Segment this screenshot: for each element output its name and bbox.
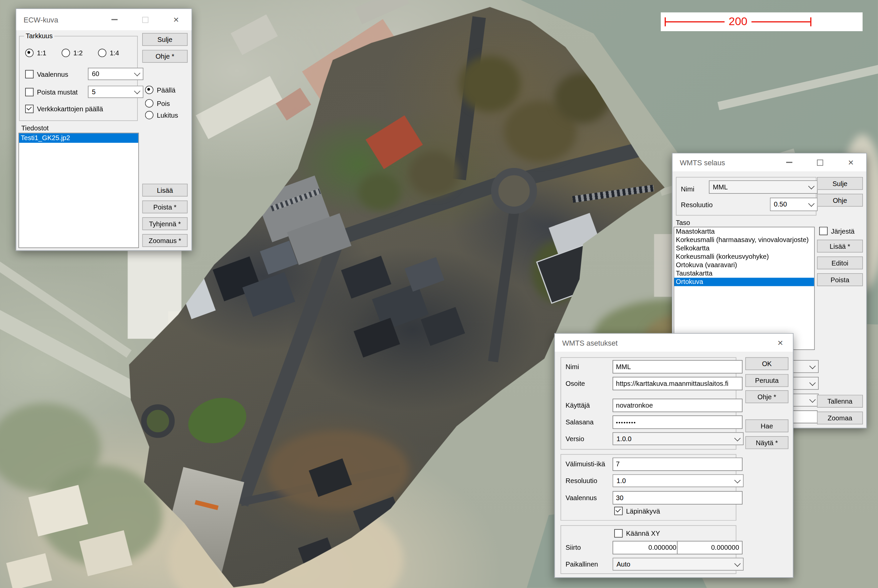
vaalennus-value: 60 xyxy=(92,70,99,78)
nayta-button[interactable]: Näytä * xyxy=(745,436,788,449)
poista-button[interactable]: Poista xyxy=(817,273,863,286)
radio-icon xyxy=(145,111,154,119)
ohje-button[interactable]: Ohje * xyxy=(142,50,187,63)
close-button[interactable]: × xyxy=(835,153,866,171)
nimi-combo[interactable]: MML xyxy=(709,180,818,194)
resoluutio-value: 0.50 xyxy=(774,201,787,208)
list-item-layer[interactable]: Korkeusmalli (harmaasavy, vinovalovarjos… xyxy=(674,236,814,244)
list-item-layer[interactable]: Korkeusmalli (korkeusvyohyke) xyxy=(674,252,814,261)
radio-icon xyxy=(98,49,106,57)
tyhjenna-button[interactable]: Tyhjennä * xyxy=(142,217,187,230)
lisaa-button[interactable]: Lisää * xyxy=(817,240,863,252)
poista-button[interactable]: Poista * xyxy=(142,201,187,213)
editoi-button[interactable]: Editoi xyxy=(817,256,863,269)
peruuta-button[interactable]: Peruuta xyxy=(745,374,788,387)
chevron-down-icon xyxy=(808,201,815,207)
poista-mustat-checkbox[interactable]: Poista mustat xyxy=(25,88,78,96)
radio-1-1[interactable]: 1:1 xyxy=(25,49,46,57)
ohje-button[interactable]: Ohje xyxy=(817,194,863,207)
close-button[interactable]: × xyxy=(768,333,793,351)
vaalennus-value-combo[interactable]: 60 xyxy=(88,68,143,80)
list-item-layer[interactable]: Selkokartta xyxy=(674,244,814,252)
tiedostot-list[interactable]: Testi1_GK25.jp2 xyxy=(18,133,139,248)
close-icon: × xyxy=(173,15,179,24)
radio-label: 1:2 xyxy=(73,49,83,57)
vaalennus-input[interactable]: 30 xyxy=(613,491,743,504)
list-item-layer[interactable]: Ortokuva (vaaravari) xyxy=(674,261,814,269)
close-button[interactable]: × xyxy=(160,9,192,30)
hae-button[interactable]: Hae xyxy=(745,419,788,432)
poista-mustat-value: 5 xyxy=(92,88,96,96)
osoite-input[interactable]: https://karttakuva.maanmittauslaitos.fi xyxy=(613,377,743,390)
ohje-button[interactable]: Ohje * xyxy=(745,390,788,403)
connection-group: Nimi MML Osoite https://karttakuva.maanm… xyxy=(560,357,736,450)
valimuisti-input[interactable]: 7 xyxy=(613,458,743,471)
radio-1-4[interactable]: 1:4 xyxy=(98,49,119,57)
maximize-button xyxy=(130,9,161,30)
cache-group: Välimuisti-ikä 7 Resoluutio 1.0 Vaalennu… xyxy=(560,454,736,521)
kaanna-xy-label: Käännä XY xyxy=(626,530,660,537)
radio-label: 1:1 xyxy=(37,49,46,57)
wmts-asetukset-titlebar[interactable]: WMTS asetukset × xyxy=(555,333,793,351)
paikallinen-label: Paikallinen xyxy=(566,561,598,568)
maximize-button[interactable] xyxy=(805,153,835,171)
versio-combo[interactable]: 1.0.0 xyxy=(613,432,743,445)
close-icon: × xyxy=(848,158,854,167)
radio-icon xyxy=(62,49,70,57)
radio-icon xyxy=(145,86,154,94)
paikallinen-combo[interactable]: Auto xyxy=(613,558,743,571)
tarkkuus-group: Tarkkuus 1:1 1:2 1:4 Vaalennus 60 xyxy=(19,36,138,121)
list-item-layer[interactable]: Taustakartta xyxy=(674,269,814,278)
radio-lukitus[interactable]: Lukitus xyxy=(145,111,178,119)
wmts-selaus-titlebar[interactable]: WMTS selaus × xyxy=(673,153,866,171)
radio-paalla[interactable]: Päällä xyxy=(145,86,176,94)
radio-pois[interactable]: Pois xyxy=(145,99,170,108)
chevron-down-icon xyxy=(809,396,816,403)
scalebar-line-right xyxy=(750,21,810,22)
siirto-x-input[interactable]: 0.000000 xyxy=(613,541,680,555)
list-item-layer[interactable]: Maastokartta xyxy=(674,227,814,236)
siirto-label: Siirto xyxy=(566,544,581,552)
chevron-down-icon xyxy=(734,477,740,483)
list-item-file[interactable]: Testi1_GK25.jp2 xyxy=(19,134,138,143)
sulje-button[interactable]: Sulje xyxy=(142,33,187,46)
maximize-icon xyxy=(142,16,148,22)
osoite-label: Osoite xyxy=(566,380,585,387)
minimize-icon xyxy=(111,19,117,20)
vaalennus-checkbox[interactable]: Vaalennus xyxy=(25,70,68,78)
ecw-titlebar[interactable]: ECW-kuva × xyxy=(16,9,192,30)
salasana-input[interactable]: •••••••• xyxy=(613,416,743,429)
checkbox-icon xyxy=(614,529,623,537)
salasana-label: Salasana xyxy=(566,418,594,426)
tarkkuus-label: Tarkkuus xyxy=(24,32,54,39)
minimize-button[interactable] xyxy=(99,9,130,30)
scalebar-tick-right xyxy=(810,17,811,27)
scalebar-label: 200 xyxy=(724,15,751,28)
resoluutio-combo[interactable]: 0.50 xyxy=(770,198,818,211)
list-item-layer-selected[interactable]: Ortokuva xyxy=(674,278,814,286)
roundabout xyxy=(491,168,537,214)
trees xyxy=(409,151,459,196)
lapinakyva-checkbox[interactable]: Läpinäkyvä xyxy=(614,507,660,515)
resoluutio-combo[interactable]: 1.0 xyxy=(613,474,743,487)
sulje-button[interactable]: Sulje xyxy=(817,177,863,190)
tallenna-button[interactable]: Tallenna xyxy=(817,395,863,408)
verkkokartat-checkbox[interactable]: Verkkokarttojen päällä xyxy=(25,105,103,113)
lisaa-button[interactable]: Lisää xyxy=(142,184,187,196)
minimize-button[interactable] xyxy=(774,153,805,171)
kaanna-xy-checkbox[interactable]: Käännä XY xyxy=(614,529,660,537)
zoomaus-button[interactable]: Zoomaus * xyxy=(142,234,187,247)
nimi-input[interactable]: MML xyxy=(613,360,743,374)
poista-mustat-value-combo[interactable]: 5 xyxy=(88,86,143,98)
vaalennus-label: Vaalennus xyxy=(37,70,68,78)
siirto-y-input[interactable]: 0.000000 xyxy=(677,541,742,555)
jarjesta-checkbox[interactable]: Järjestä xyxy=(820,226,854,235)
radio-1-2[interactable]: 1:2 xyxy=(62,49,83,57)
kayttaja-input[interactable]: novatronkoe xyxy=(613,399,743,412)
taso-list[interactable]: Maastokartta Korkeusmalli (harmaasavy, v… xyxy=(674,226,815,350)
ok-button[interactable]: OK xyxy=(745,357,788,370)
nimi-value: MML xyxy=(713,183,728,191)
checkbox-icon xyxy=(820,226,828,235)
building xyxy=(341,256,391,299)
zoomaa-button[interactable]: Zoomaa xyxy=(817,412,863,424)
